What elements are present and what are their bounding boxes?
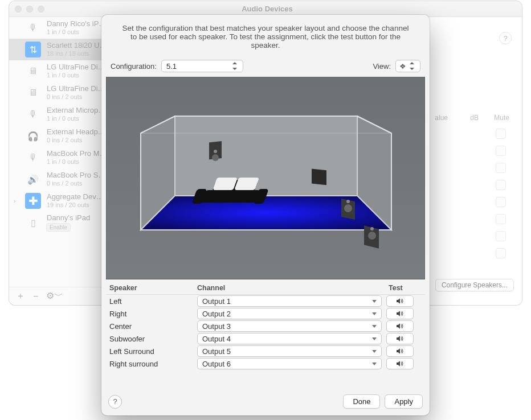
device-name: LG UltraFine Di…	[47, 63, 105, 72]
device-name: Danny Rico's iP…	[47, 20, 106, 28]
speaker-icon: 🔊	[25, 171, 41, 187]
mic-icon: 🎙	[25, 20, 41, 36]
window-title: Audio Devices	[44, 5, 490, 13]
speaker-table-header: Speaker Channel Test	[106, 282, 425, 295]
configuration-label: Configuration:	[111, 62, 157, 71]
speaker-row: CenterOutput 3	[106, 320, 425, 332]
channel-select[interactable]: Output 1	[197, 295, 382, 307]
speaker-row: LeftOutput 1	[106, 295, 425, 307]
device-io: 18 ins / 18 outs	[47, 50, 107, 57]
help-glyph-icon: ?	[113, 397, 117, 406]
configuration-value: 5.1	[166, 62, 177, 71]
remove-device-icon[interactable]: −	[33, 291, 38, 302]
mute-checkbox[interactable]	[496, 146, 506, 156]
test-speaker-button[interactable]	[386, 308, 414, 319]
configure-speakers-button[interactable]: Configure Speakers...	[435, 279, 514, 291]
speaker-front-right-icon	[341, 199, 355, 220]
help-button[interactable]: ?	[108, 395, 122, 409]
mute-checkbox[interactable]	[496, 197, 506, 207]
close-dot-icon[interactable]	[15, 6, 22, 13]
done-button[interactable]: Done	[343, 394, 380, 409]
svg-point-17	[368, 232, 376, 240]
device-io: 1 in / 0 outs	[47, 158, 107, 166]
display-icon: 🖥	[25, 63, 41, 79]
test-speaker-button[interactable]	[386, 333, 414, 344]
gear-icon[interactable]: ⚙︎﹀	[46, 290, 63, 302]
speaker-name: Left Surround	[106, 347, 197, 356]
device-name: LG UltraFine Di…	[47, 85, 105, 93]
mute-checkbox[interactable]	[496, 231, 506, 241]
svg-rect-11	[312, 169, 326, 186]
enable-badge[interactable]: Enable	[47, 224, 70, 232]
channel-select[interactable]: Output 2	[197, 308, 382, 319]
channel-select[interactable]: Output 5	[197, 345, 382, 357]
select-arrows-icon	[232, 62, 238, 70]
col-speaker: Speaker	[106, 284, 197, 292]
channel-select[interactable]: Output 4	[197, 333, 382, 344]
device-io: 19 ins / 20 outs	[47, 201, 104, 209]
display-icon: 🖥	[25, 85, 41, 101]
speaker-name: Subwoofer	[106, 335, 197, 343]
view-label: View:	[373, 62, 391, 71]
mic-icon: 🎙	[25, 150, 41, 166]
room-3d-svg	[135, 93, 397, 270]
speaker-name: Center	[106, 322, 197, 331]
configuration-select[interactable]: 5.1	[161, 60, 243, 72]
device-io: 0 ins / 2 outs	[47, 180, 105, 187]
mute-checkbox[interactable]	[496, 180, 506, 190]
add-device-icon[interactable]: ＋	[16, 290, 25, 302]
speaker-row: RightOutput 2	[106, 307, 425, 320]
mute-checkbox[interactable]	[496, 163, 506, 173]
col-mute: Mute	[492, 114, 509, 122]
device-io: 0 ins / 2 outs	[47, 93, 105, 101]
select-arrows-icon	[410, 62, 415, 70]
headphones-icon: 🎧	[25, 128, 41, 144]
device-io: 1 in / 0 outs	[47, 28, 106, 36]
minimize-dot-icon[interactable]	[26, 6, 33, 13]
test-speaker-button[interactable]	[386, 295, 414, 307]
device-name: MacBook Pro M…	[47, 150, 107, 158]
mute-checkbox[interactable]	[496, 129, 506, 139]
ipad-icon: ▯	[25, 215, 41, 230]
device-name: Aggregate Dev…	[47, 193, 104, 201]
speaker-name: Right	[106, 310, 197, 318]
help-icon[interactable]: ?	[499, 32, 512, 44]
sheet-intro: Set the configuration that best matches …	[101, 15, 430, 54]
subwoofer-icon	[312, 169, 326, 186]
svg-point-14	[344, 204, 352, 212]
channel-select[interactable]: Output 3	[197, 320, 382, 332]
test-speaker-button[interactable]	[386, 320, 414, 332]
channel-select[interactable]: Output 6	[197, 358, 382, 369]
configure-speakers-sheet: Set the configuration that best matches …	[101, 15, 430, 415]
col-db: dB	[461, 114, 479, 122]
usb-icon: ⇅	[25, 42, 41, 57]
svg-point-10	[212, 154, 219, 161]
traffic-lights[interactable]	[15, 6, 44, 13]
svg-point-9	[214, 150, 217, 153]
view-3d-icon: ❖	[399, 62, 406, 71]
zoom-dot-icon[interactable]	[38, 6, 44, 13]
device-name: Scarlett 18i20 U…	[47, 42, 107, 50]
speaker-name: Left	[106, 297, 197, 306]
device-name: External Headp…	[47, 128, 105, 137]
speaker-right-surround-icon	[364, 225, 379, 248]
apply-button[interactable]: Apply	[385, 394, 423, 409]
col-value: alue	[431, 114, 448, 122]
test-speaker-button[interactable]	[386, 345, 414, 357]
speaker-row: Left SurroundOutput 5	[106, 345, 425, 357]
agg-icon: ✚	[25, 193, 41, 209]
mute-checkbox[interactable]	[496, 214, 506, 224]
speaker-name: Right surround	[106, 360, 197, 368]
col-test: Test	[386, 284, 425, 292]
device-io: 1 in / 0 outs	[47, 72, 105, 79]
svg-point-13	[346, 200, 350, 203]
test-speaker-button[interactable]	[386, 358, 414, 369]
mute-checkbox[interactable]	[496, 248, 506, 258]
device-name: MacBook Pro S…	[47, 171, 105, 180]
mic-icon: 🎙	[25, 106, 41, 122]
device-io: 0 ins / 2 outs	[47, 137, 105, 144]
svg-point-16	[370, 227, 374, 230]
device-io: 1 in / 0 outs	[47, 115, 105, 122]
view-select[interactable]: ❖	[395, 60, 420, 72]
expand-icon[interactable]: ›	[14, 198, 19, 204]
